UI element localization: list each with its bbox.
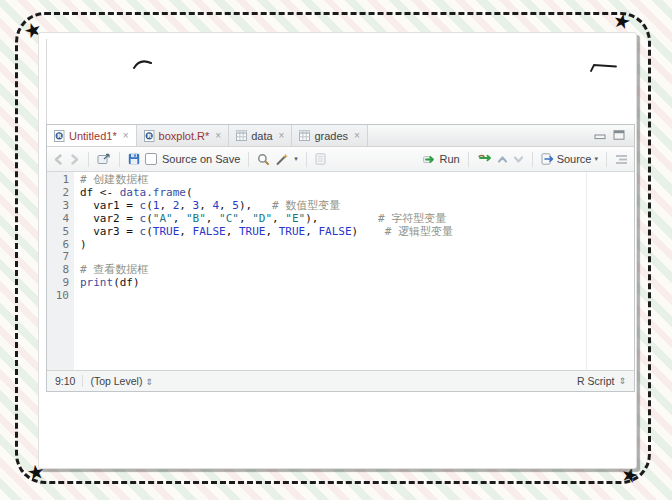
scope-selector[interactable]: (Top Level) ⇕ — [90, 375, 152, 387]
source-label: Source — [557, 153, 592, 165]
tab-grades[interactable]: grades× — [292, 125, 367, 146]
source-on-save-checkbox[interactable] — [145, 153, 157, 165]
source-button[interactable]: Source ▾ — [541, 153, 598, 165]
data-grid-icon — [236, 130, 247, 141]
doodle-stroke-icon — [590, 58, 617, 76]
r-script-icon: R — [54, 130, 65, 142]
line-number[interactable]: 4 — [47, 213, 69, 226]
minimize-pane-icon[interactable] — [594, 130, 606, 142]
save-icon[interactable] — [128, 153, 140, 165]
show-in-new-window-icon[interactable] — [97, 153, 111, 165]
line-number[interactable]: 3 — [47, 200, 69, 213]
code-line[interactable]: var3 = c(TRUE, FALSE, TRUE, TRUE, FALSE)… — [80, 226, 634, 239]
tab-label: grades — [314, 130, 348, 142]
run-label: Run — [439, 153, 459, 165]
tab-label: data — [251, 130, 272, 142]
file-type-spinner-icon[interactable]: ⇕ — [618, 376, 626, 386]
tab-untitled1[interactable]: RUntitled1*× — [47, 125, 137, 146]
window-left-edge — [46, 39, 47, 124]
screenshot-card: RUntitled1*×Rboxplot.R*×data×grades× — [38, 32, 637, 469]
back-icon[interactable] — [53, 154, 64, 165]
doodle-stroke-icon — [133, 56, 153, 74]
toolbar-separator — [606, 152, 607, 167]
toolbar-separator — [119, 152, 120, 167]
toolbar-separator — [468, 152, 469, 167]
toolbar-separator — [248, 152, 249, 167]
print-margin-line — [586, 172, 587, 370]
tab-label: Untitled1* — [69, 130, 117, 142]
line-number[interactable]: 10 — [47, 290, 69, 303]
code-line[interactable]: print(df) — [80, 277, 634, 290]
document-outline-icon[interactable] — [615, 154, 628, 165]
close-tab-icon[interactable]: × — [279, 130, 285, 141]
line-number-gutter[interactable]: 12345678910 — [47, 172, 74, 370]
tab-bar: RUntitled1*×Rboxplot.R*×data×grades× — [47, 125, 634, 147]
tabs-strip: RUntitled1*×Rboxplot.R*×data×grades× — [47, 125, 368, 146]
code-line[interactable] — [80, 251, 634, 264]
go-to-next-icon[interactable] — [513, 154, 524, 165]
close-tab-icon[interactable]: × — [354, 130, 360, 141]
editor-status-bar: 9:10 (Top Level) ⇕ R Script ⇕ — [47, 370, 634, 391]
source-doc-icon — [541, 153, 554, 165]
line-number[interactable]: 2 — [47, 187, 69, 200]
file-type-selector[interactable]: R Script ⇕ — [577, 375, 626, 387]
source-dropdown-caret-icon[interactable]: ▾ — [594, 155, 598, 163]
code-line[interactable]: # 查看数据框 — [80, 264, 634, 277]
close-tab-icon[interactable]: × — [123, 130, 129, 141]
run-icon — [423, 154, 436, 165]
code-tools-wand-icon[interactable] — [275, 153, 289, 166]
file-type-label: R Script — [577, 375, 614, 387]
editor-toolbar: Source on Save ▾ Run — [47, 147, 634, 172]
code-line[interactable]: ) — [80, 239, 634, 252]
code-line[interactable] — [80, 290, 634, 303]
go-to-previous-icon[interactable] — [497, 154, 508, 165]
scope-label: (Top Level) — [90, 375, 142, 387]
svg-text:R: R — [57, 132, 62, 139]
line-number[interactable]: 5 — [47, 226, 69, 239]
toolbar-separator — [532, 152, 533, 167]
line-number[interactable]: 1 — [47, 174, 69, 187]
maximize-pane-icon[interactable] — [613, 130, 625, 142]
pane-window-buttons — [585, 125, 634, 146]
tab-label: boxplot.R* — [159, 130, 210, 142]
checkbox-icon[interactable] — [145, 153, 157, 165]
tab-boxplotr[interactable]: Rboxplot.R*× — [137, 125, 230, 146]
tab-data[interactable]: data× — [229, 125, 292, 146]
rstudio-source-pane: RUntitled1*×Rboxplot.R*×data×grades× — [46, 124, 635, 392]
source-on-save-label: Source on Save — [162, 153, 240, 165]
forward-icon[interactable] — [69, 154, 80, 165]
toolbar-separator — [88, 152, 89, 167]
statusbar-separator — [82, 375, 83, 387]
r-script-icon: R — [144, 130, 155, 142]
data-grid-icon — [299, 130, 310, 141]
scope-spinner-icon[interactable]: ⇕ — [145, 377, 153, 387]
cursor-position[interactable]: 9:10 — [55, 375, 75, 387]
search-icon[interactable] — [257, 153, 270, 166]
compile-report-icon[interactable] — [315, 153, 326, 165]
code-area[interactable]: # 创建数据框df <- data.frame( var1 = c(1, 2, … — [74, 172, 634, 370]
rerun-icon[interactable] — [477, 154, 492, 165]
code-editor[interactable]: 12345678910 # 创建数据框df <- data.frame( var… — [47, 172, 634, 370]
svg-text:R: R — [146, 132, 151, 139]
run-button[interactable]: Run — [423, 153, 459, 165]
close-tab-icon[interactable]: × — [215, 130, 221, 141]
toolbar-separator — [306, 152, 307, 167]
wand-dropdown-caret-icon[interactable]: ▾ — [294, 155, 298, 163]
page-background: ★ ★ ★ ★ RUntitled1*×Rboxplot.R*×data×gra… — [0, 0, 672, 500]
